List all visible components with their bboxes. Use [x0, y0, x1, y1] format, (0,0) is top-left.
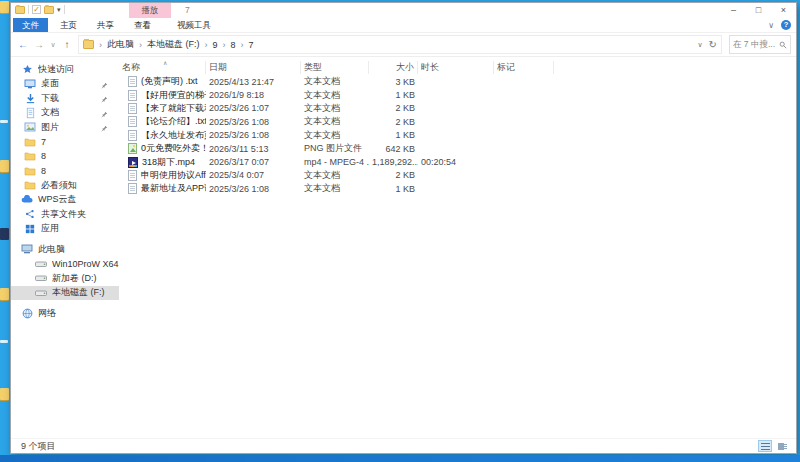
sidebar-item-apps[interactable]: 应用 — [11, 222, 119, 237]
search-box[interactable]: 在 7 中搜... — [729, 35, 791, 54]
sidebar-item-folder-bikan[interactable]: 必看须知 — [11, 178, 119, 193]
sidebar-item-quick-access[interactable]: 快速访问 — [11, 62, 119, 77]
breadcrumb-separator: › — [236, 40, 249, 50]
file-type: 文本文档 — [301, 182, 369, 195]
sidebar-item-drive-c[interactable]: Win10ProW X64 (C:) — [11, 257, 119, 272]
file-duration: 00:20:54 — [418, 157, 494, 167]
table-row[interactable]: 申明使用协议Affir... 2025/3/4 0:07 文本文档 2 KB — [119, 169, 796, 182]
address-dropdown-icon[interactable]: ∨ — [697, 41, 702, 49]
sidebar-item-network[interactable]: 网络 — [11, 306, 119, 321]
table-row[interactable]: 【永久地址发布页... 2025/3/26 1:08 文本文档 1 KB — [119, 129, 796, 142]
sidebar-item-drive-d[interactable]: 新加卷 (D:) — [11, 271, 119, 286]
text-file-icon — [128, 76, 137, 87]
sidebar-item-folder-8b[interactable]: 8 — [11, 164, 119, 179]
sidebar-item-documents[interactable]: 文档 — [11, 106, 119, 121]
breadcrumb-drive-f[interactable]: 本地磁盘 (F:) — [147, 38, 200, 51]
new-folder-icon[interactable] — [44, 6, 54, 14]
column-header-duration[interactable]: 时长 — [418, 61, 494, 74]
forward-button[interactable]: → — [31, 39, 47, 50]
tab-home[interactable]: 主页 — [52, 18, 85, 32]
sidebar-item-pictures[interactable]: 图片 — [11, 120, 119, 135]
image-file-icon — [128, 143, 137, 154]
file-type: 文本文档 — [301, 129, 369, 142]
file-name: 最新地址及APP请... — [141, 182, 206, 195]
file-size: 642 KB — [369, 144, 418, 154]
sidebar-item-shared-folder[interactable]: 共享文件夹 — [11, 207, 119, 222]
column-header-tags[interactable]: 标记 — [494, 61, 554, 74]
close-button[interactable]: × — [771, 3, 796, 18]
large-icons-view-button[interactable] — [775, 440, 789, 452]
up-button[interactable]: ↑ — [59, 39, 75, 50]
tab-file[interactable]: 文件 — [13, 18, 48, 32]
file-date: 2026/3/11 5:13 — [206, 144, 301, 154]
tab-view[interactable]: 查看 — [126, 18, 159, 32]
tab-video-tools[interactable]: 视频工具 — [169, 18, 219, 32]
maximize-button[interactable]: □ — [746, 3, 771, 18]
table-row[interactable]: 0元免费吃外卖！！... 2026/3/11 5:13 PNG 图片文件 642… — [119, 142, 796, 155]
file-type: 文本文档 — [301, 169, 369, 182]
file-date: 2026/1/9 8:18 — [206, 90, 301, 100]
pictures-icon — [24, 121, 36, 133]
item-count: 9 个项目 — [21, 440, 56, 453]
breadcrumb-this-pc[interactable]: 此电脑 — [107, 38, 134, 51]
minimize-button[interactable]: – — [721, 3, 746, 18]
table-row[interactable]: 最新地址及APP请... 2025/3/26 1:08 文本文档 1 KB — [119, 182, 796, 195]
file-type: PNG 图片文件 — [301, 142, 369, 155]
table-row[interactable]: (免责声明) .txt 2025/4/13 21:47 文本文档 3 KB — [119, 75, 796, 88]
column-header-size[interactable]: 大小 — [369, 61, 418, 74]
sidebar-item-this-pc[interactable]: 此电脑 — [11, 242, 119, 257]
sidebar-item-downloads[interactable]: 下载 — [11, 91, 119, 106]
table-row[interactable]: 【来了就能下载和... 2025/3/26 1:07 文本文档 2 KB — [119, 102, 796, 115]
navigation-pane: 快速访问 桌面 下载 文档 图片 — [11, 57, 119, 438]
table-row[interactable]: 318期下.mp4 2026/3/17 0:07 mp4 - MPEG-4 ..… — [119, 155, 796, 168]
breadcrumb-7[interactable]: 7 — [249, 40, 254, 50]
computer-icon — [21, 243, 33, 255]
collapse-ribbon-icon[interactable]: ∨ — [768, 21, 774, 30]
address-bar[interactable]: › 此电脑 › 本地磁盘 (F:) › 9 › 8 › 7 ∨ ↻ — [78, 35, 722, 54]
text-file-icon — [128, 130, 137, 141]
sidebar-item-folder-7[interactable]: 7 — [11, 135, 119, 150]
sidebar-item-drive-f[interactable]: 本地磁盘 (F:) — [11, 286, 119, 301]
file-date: 2025/3/26 1:07 — [206, 103, 301, 113]
back-button[interactable]: ← — [15, 39, 31, 50]
sidebar-item-desktop[interactable]: 桌面 — [11, 77, 119, 92]
column-headers: 名称∧ 日期 类型 大小 时长 标记 — [119, 59, 796, 75]
file-size: 1,189,292... — [369, 157, 418, 167]
star-icon — [21, 63, 33, 75]
column-header-date[interactable]: 日期 — [206, 61, 301, 74]
file-type: 文本文档 — [301, 89, 369, 102]
taskbar[interactable] — [0, 455, 800, 462]
table-row[interactable]: 【论坛介绍】.txt 2025/3/26 1:08 文本文档 2 KB — [119, 115, 796, 128]
file-size: 1 KB — [369, 130, 418, 140]
recent-locations-icon[interactable]: ∨ — [47, 41, 59, 49]
pin-icon — [101, 81, 108, 91]
refresh-icon[interactable]: ↻ — [709, 39, 717, 50]
status-bar: 9 个项目 — [11, 438, 796, 453]
tab-share[interactable]: 共享 — [89, 18, 122, 32]
desktop-icon — [24, 78, 36, 90]
file-name: 【论坛介绍】.txt — [141, 115, 206, 128]
customize-qat-icon[interactable]: ▾ — [57, 5, 61, 14]
file-name: (免责声明) .txt — [141, 75, 198, 88]
column-header-name[interactable]: 名称∧ — [119, 61, 206, 74]
breadcrumb: › 此电脑 › 本地磁盘 (F:) › 9 › 8 › 7 — [94, 38, 254, 51]
contextual-tab-play[interactable]: 播放 — [129, 3, 171, 18]
file-size: 1 KB — [369, 184, 418, 194]
search-icon — [779, 41, 787, 49]
cloud-icon — [21, 194, 33, 206]
sidebar-item-folder-8a[interactable]: 8 — [11, 149, 119, 164]
help-icon[interactable]: ? — [781, 20, 791, 30]
text-file-icon — [128, 116, 137, 127]
desktop-app-icon — [0, 228, 9, 240]
desktop-folder-icon — [0, 1, 9, 13]
table-row[interactable]: 【好用便宜的梯子... 2026/1/9 8:18 文本文档 1 KB — [119, 88, 796, 101]
details-view-button[interactable] — [758, 440, 772, 452]
properties-icon[interactable]: ✓ — [32, 5, 41, 14]
search-input[interactable]: 在 7 中搜... — [733, 39, 779, 51]
folder-icon[interactable] — [15, 6, 25, 14]
file-size: 2 KB — [369, 103, 418, 113]
folder-icon — [24, 136, 36, 148]
sidebar-item-wps-cloud[interactable]: WPS云盘 — [11, 193, 119, 208]
column-header-type[interactable]: 类型 — [301, 61, 369, 74]
file-size: 1 KB — [369, 90, 418, 100]
